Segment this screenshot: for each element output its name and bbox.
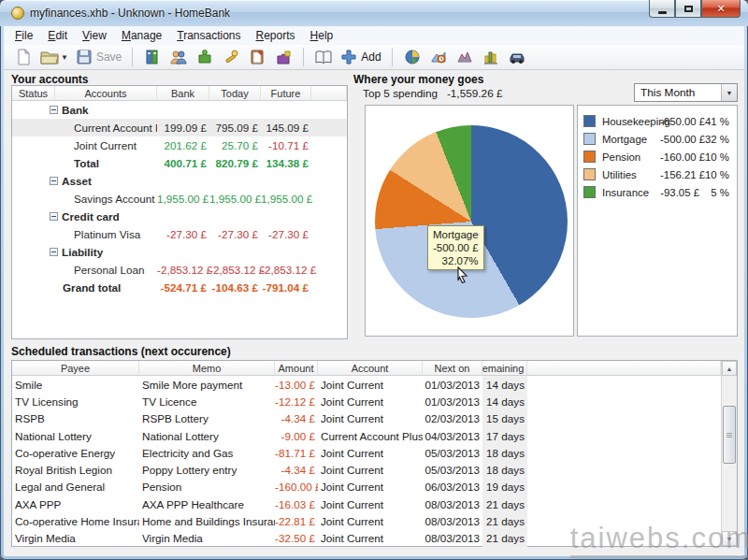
account-row[interactable]: Credit card xyxy=(12,208,347,225)
manage-payees-icon xyxy=(169,49,188,65)
manage-categories-icon xyxy=(196,49,213,65)
menu-item[interactable]: Manage xyxy=(114,27,169,44)
budget-report-button[interactable] xyxy=(479,46,503,68)
scheduled-amount: -160.00 £ xyxy=(275,481,318,493)
open-file-button[interactable]: ▼ xyxy=(37,46,71,68)
tree-expander-icon[interactable] xyxy=(50,248,58,256)
manage-tags-button[interactable] xyxy=(271,46,295,68)
scheduled-payee: National Lottery xyxy=(12,430,139,442)
legend-item[interactable]: Mortgage -500.00 £ 32 % xyxy=(578,130,737,148)
scheduled-row[interactable]: National Lottery National Lottery -9.00 … xyxy=(12,427,721,444)
accounts-header-accounts[interactable]: Accounts xyxy=(55,86,157,101)
toolbar-separator xyxy=(392,48,393,66)
statistics-report-button[interactable] xyxy=(400,46,424,68)
account-row[interactable]: Asset xyxy=(12,172,347,190)
account-row[interactable]: Personal Loan -2,853.12 £ -2,853.12 £ -2… xyxy=(12,261,347,279)
scrollbar-thumb[interactable] xyxy=(723,406,736,464)
title-bar[interactable]: myfinances.xhb - Unknown - HomeBank ✕ xyxy=(0,0,748,26)
scheduled-row[interactable]: TV Licensing TV Licence -12.12 £ Joint C… xyxy=(12,393,721,409)
trend-time-report-button[interactable] xyxy=(426,46,451,68)
open-dropdown-arrow-icon[interactable]: ▼ xyxy=(61,53,68,62)
account-row[interactable]: Liability xyxy=(12,243,347,261)
account-row[interactable]: Platinum Visa -27.30 £ -27.30 £ -27.30 £ xyxy=(12,225,347,243)
scheduled-remaining: 17 days xyxy=(482,427,527,444)
manage-payees-button[interactable] xyxy=(166,46,191,68)
scheduled-row[interactable]: AXA PPP AXA PPP Healthcare -16.03 £ Join… xyxy=(12,495,721,512)
account-row[interactable]: Bank xyxy=(12,101,347,119)
new-file-button[interactable] xyxy=(11,46,36,68)
scheduled-row[interactable]: Co-operative Home Insurance Home and Bui… xyxy=(12,512,721,529)
scheduled-header-remaining[interactable]: Remaining▲ xyxy=(482,361,527,376)
accounts-header-today[interactable]: Today xyxy=(209,86,261,101)
legend-item[interactable]: Insurance -93.05 £ 5 % xyxy=(578,183,737,201)
account-today-balance: 1,955.00 £ xyxy=(209,193,261,205)
scheduled-row[interactable]: Royal British Legion Poppy Lottery entry… xyxy=(12,461,721,478)
scheduled-header-filler xyxy=(527,361,721,376)
scheduled-header-amount[interactable]: Amount xyxy=(275,361,318,376)
menu-item[interactable]: View xyxy=(75,27,114,44)
manage-categories-button[interactable] xyxy=(193,46,217,68)
account-row[interactable]: Grand total -524.71 £ -104.63 £ -791.04 … xyxy=(12,279,347,296)
minimize-button[interactable] xyxy=(649,0,675,18)
legend-item[interactable]: Housekeeping -650.00 £ 41 % xyxy=(578,112,737,130)
manage-budget-button[interactable] xyxy=(245,46,269,68)
pie-tooltip: Mortgage -500.00 £ 32.07% xyxy=(427,225,484,270)
scheduled-memo: Virgin Media xyxy=(139,532,275,544)
date-range-select[interactable]: This Month ▼ xyxy=(634,83,738,102)
legend-amount: -500.00 £ xyxy=(660,134,699,145)
legend-percent: 5 % xyxy=(699,187,737,198)
scheduled-account: Joint Current xyxy=(318,498,423,510)
account-name: Total xyxy=(74,157,99,169)
balance-report-button[interactable] xyxy=(453,46,477,68)
scheduled-header-nexton[interactable]: Next on xyxy=(423,361,482,376)
accounts-header-status[interactable]: Status xyxy=(12,86,55,101)
account-row[interactable]: Current Account Plus 199.09 £ 795.09 £ 1… xyxy=(12,119,347,136)
menu-item[interactable]: Transactions xyxy=(169,27,248,44)
scheduled-header-account[interactable]: Account xyxy=(318,361,423,376)
new-file-icon xyxy=(15,49,32,65)
scheduled-next-on: 01/03/2013 xyxy=(423,395,482,408)
legend-item[interactable]: Utilities -156.21 £ 10 % xyxy=(578,165,737,183)
trend-time-icon xyxy=(430,49,447,65)
scheduled-scrollbar[interactable]: ▲ ▼ xyxy=(721,361,737,546)
scheduled-remaining: 21 days xyxy=(482,530,527,547)
scheduled-amount: -81.71 £ xyxy=(275,447,318,459)
tree-expander-icon[interactable] xyxy=(50,177,58,185)
scrollbar-down-button[interactable]: ▼ xyxy=(722,531,737,546)
show-ledger-button[interactable] xyxy=(311,46,336,68)
scheduled-row[interactable]: Virgin Media Virgin Media -32.50 £ Joint… xyxy=(12,530,721,547)
scheduled-header-payee[interactable]: Payee xyxy=(12,361,139,376)
scheduled-row[interactable]: RSPB RSPB Lottery -4.34 £ Joint Current … xyxy=(12,410,721,427)
close-button[interactable]: ✕ xyxy=(701,0,741,18)
scheduled-amount: -12.12 £ xyxy=(275,395,318,408)
accounts-header-bank[interactable]: Bank xyxy=(157,86,209,101)
scheduled-header-memo[interactable]: Memo xyxy=(139,361,275,376)
maximize-button[interactable] xyxy=(675,0,701,18)
scrollbar-up-button[interactable]: ▲ xyxy=(722,361,737,376)
scheduled-remaining: 14 days xyxy=(482,393,527,409)
pie-chart[interactable] xyxy=(375,125,568,318)
manage-assignments-button[interactable] xyxy=(219,46,243,68)
menu-item[interactable]: Edit xyxy=(40,27,75,44)
legend-item[interactable]: Pension -160.00 £ 10 % xyxy=(578,148,737,165)
accounts-header-future[interactable]: Future xyxy=(261,86,311,101)
menu-item[interactable]: Reports xyxy=(249,27,303,44)
menu-item[interactable]: File xyxy=(7,27,40,44)
manage-accounts-button[interactable] xyxy=(140,46,165,68)
scheduled-row[interactable]: Co-operative Energy Electricity and Gas … xyxy=(12,444,721,461)
account-row[interactable]: Joint Current 201.62 £ 25.70 £ -10.71 £ xyxy=(12,136,347,154)
menu-item[interactable]: Help xyxy=(303,27,341,44)
scheduled-row[interactable]: Smile Smile More payment -13.00 £ Joint … xyxy=(12,376,721,393)
save-button[interactable]: Save xyxy=(73,46,124,68)
tree-expander-icon[interactable] xyxy=(50,212,58,221)
combo-dropdown-button[interactable]: ▼ xyxy=(721,84,737,101)
legend-percent: 10 % xyxy=(699,151,737,163)
tree-expander-icon[interactable] xyxy=(50,106,58,114)
account-row[interactable]: Total 400.71 £ 820.79 £ 134.38 £ xyxy=(12,154,347,172)
add-transaction-button[interactable]: Add xyxy=(338,46,383,68)
scheduled-row[interactable]: Legal and General Pension -160.00 £ Join… xyxy=(12,479,721,495)
scheduled-memo: Home and Buildings Insurance xyxy=(139,515,275,527)
account-row[interactable]: Savings Account Plus 1,955.00 £ 1,955.00… xyxy=(12,190,347,208)
vehicle-cost-button[interactable] xyxy=(505,46,529,68)
legend-label: Mortgage xyxy=(602,134,660,145)
